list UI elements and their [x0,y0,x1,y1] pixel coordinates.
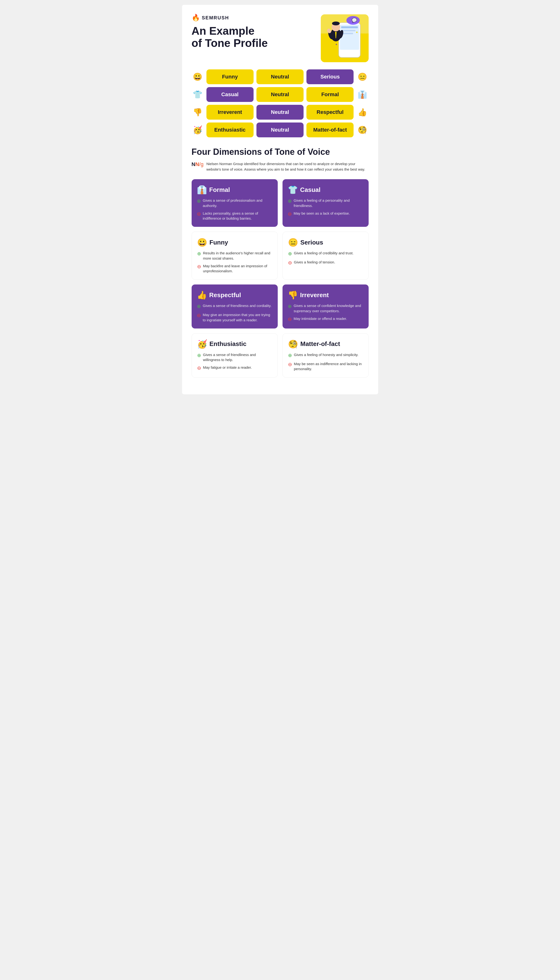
casual-title: Casual [300,186,320,193]
nng-attribution: NN/g Nielsen Norman Group identified fou… [192,161,368,172]
tone-profile-grid: 😀 Funny Neutral Serious 😑 👕 Casual Neutr… [192,69,368,137]
plus-icon: ⊕ [197,352,201,359]
funny-points: ⊕ Results in the audience's higher recal… [197,250,272,274]
dimension-row-2: 😀 Funny ⊕ Results in the audience's high… [192,232,368,280]
matter-of-fact-point-1: ⊕ Gives a feeling of honesty and simplic… [288,352,363,359]
svg-rect-3 [341,30,355,31]
svg-rect-1 [340,25,359,50]
title-line2: of Tone Profile [192,37,268,49]
dimension-row-3: 👍 Respectful ⊕ Gives a sense of friendli… [192,285,368,328]
emoji-respectful-right: 👍 [357,108,368,117]
casual-point-2: ⊖ May be seen as a lack of expertise. [288,211,363,217]
minus-icon: ⊖ [197,210,201,217]
minus-icon: ⊖ [288,210,292,217]
tone-btn-neutral-2[interactable]: Neutral [257,87,303,102]
tone-btn-enthusiastic[interactable]: Enthusiastic [207,122,253,137]
dim-card-respectful: 👍 Respectful ⊕ Gives a sense of friendli… [192,285,278,328]
respectful-point-2: ⊖ May give an impression that you are tr… [197,312,272,323]
title-line1: An Example [192,25,255,37]
nng-logo: NN/g [192,161,203,167]
tone-btn-neutral-1[interactable]: Neutral [257,69,303,84]
emoji-funny-left: 😀 [192,72,203,82]
serious-emoji: 😑 [288,238,298,247]
funny-emoji: 😀 [197,238,207,247]
formal-points: ⊕ Gives a sense of professionalism and a… [197,198,272,221]
funny-point-2: ⊖ May backfire and leave an impression o… [197,263,272,274]
tone-btn-funny[interactable]: Funny [207,69,253,84]
formal-title: Formal [209,186,230,193]
enthusiastic-points: ⊕ Gives a sense of friendliness and will… [197,352,272,372]
tone-btn-irreverent[interactable]: Irreverent [207,105,253,120]
serious-points: ⊕ Gives a feeling of credibility and tru… [288,250,363,266]
tone-btn-casual[interactable]: Casual [207,87,253,102]
matter-of-fact-point-2: ⊖ May be seen as indifference and lackin… [288,361,363,372]
formal-point-1: ⊕ Gives a sense of professionalism and a… [197,198,272,208]
main-container: 🔥 SEMRUSH An Example of Tone Profile [182,5,378,394]
tone-btn-neutral-4[interactable]: Neutral [257,122,303,137]
plus-icon: ⊕ [288,352,292,359]
matter-of-fact-points: ⊕ Gives a feeling of honesty and simplic… [288,352,363,372]
matter-of-fact-title: Matter-of-fact [300,340,340,348]
funny-title: Funny [210,239,228,246]
plus-icon: ⊕ [197,198,201,205]
svg-text:✦: ✦ [335,43,338,46]
dim-card-serious: 😑 Serious ⊕ Gives a feeling of credibili… [283,232,368,280]
svg-point-7 [332,22,340,25]
emoji-matter-of-fact-right: 🧐 [357,125,368,135]
logo-icon: 🔥 [192,14,200,21]
tone-btn-matter-of-fact[interactable]: Matter-of-fact [307,122,353,137]
header: 🔥 SEMRUSH An Example of Tone Profile [192,14,368,62]
logo-text: SEMRUSH [202,15,229,20]
emoji-irreverent-left: 👎 [192,108,203,117]
plus-icon: ⊕ [197,250,201,257]
casual-point-1: ⊕ Gives a feeling of a personality and f… [288,198,363,208]
svg-rect-2 [341,26,358,28]
tone-btn-formal[interactable]: Formal [307,87,353,102]
dim-card-matter-of-fact: 🧐 Matter-of-fact ⊕ Gives a feeling of ho… [283,333,368,378]
svg-text:💬: 💬 [352,18,357,23]
dim-card-formal: 👔 Formal ⊕ Gives a sense of professional… [192,179,278,227]
enthusiastic-emoji: 🥳 [197,339,207,349]
matter-of-fact-emoji: 🧐 [288,339,298,349]
dim-card-enthusiastic: 🥳 Enthusiastic ⊕ Gives a sense of friend… [192,333,278,378]
header-left: 🔥 SEMRUSH An Example of Tone Profile [192,14,321,49]
minus-icon: ⊖ [197,312,201,319]
plus-icon: ⊕ [288,250,292,257]
serious-point-1: ⊕ Gives a feeling of credibility and tru… [288,250,363,257]
dimension-row-4: 🥳 Enthusiastic ⊕ Gives a sense of friend… [192,333,368,378]
dim-card-irreverent: 👎 Irreverent ⊕ Gives a sense of confiden… [283,285,368,328]
irreverent-points: ⊕ Gives a sense of confident knowledge a… [288,303,363,323]
nng-description: Nielsen Norman Group identified four dim… [207,161,368,172]
dimensions-title: Four Dimensions of Tone of Voice [192,147,368,157]
tone-btn-serious[interactable]: Serious [307,69,353,84]
dimension-row-1: 👔 Formal ⊕ Gives a sense of professional… [192,179,368,227]
svg-text:✦: ✦ [355,30,358,34]
enthusiastic-point-1: ⊕ Gives a sense of friendliness and will… [197,352,272,363]
respectful-point-1: ⊕ Gives a sense of friendliness and cord… [197,303,272,310]
logo: 🔥 SEMRUSH [192,14,321,21]
page-title: An Example of Tone Profile [192,25,321,49]
irreverent-point-2: ⊖ May intimidate or offend a reader. [288,316,363,323]
serious-point-2: ⊖ Gives a feeling of tension. [288,260,363,266]
emoji-serious-right: 😑 [357,72,368,82]
hero-illustration: 💬 ✦ ✦ [321,14,368,62]
dim-card-funny: 😀 Funny ⊕ Results in the audience's high… [192,232,278,280]
casual-points: ⊕ Gives a feeling of a personality and f… [288,198,363,217]
formal-point-2: ⊖ Lacks personality, gives a sense of in… [197,211,272,221]
respectful-title: Respectful [209,292,241,299]
serious-title: Serious [300,239,323,246]
irreverent-point-1: ⊕ Gives a sense of confident knowledge a… [288,303,363,314]
minus-icon: ⊖ [197,365,201,372]
plus-icon: ⊕ [197,303,201,310]
dim-card-casual: 👕 Casual ⊕ Gives a feeling of a personal… [283,179,368,227]
respectful-emoji: 👍 [197,290,207,300]
irreverent-emoji: 👎 [288,290,298,300]
tone-btn-neutral-3[interactable]: Neutral [257,105,303,120]
enthusiastic-point-2: ⊖ May fatigue or irritate a reader. [197,365,272,372]
emoji-casual-left: 👕 [192,90,203,99]
dimensions-section: Four Dimensions of Tone of Voice NN/g Ni… [192,147,368,378]
plus-icon: ⊕ [288,303,292,310]
casual-emoji: 👕 [288,185,298,195]
respectful-points: ⊕ Gives a sense of friendliness and cord… [197,303,272,323]
tone-btn-respectful[interactable]: Respectful [307,105,353,120]
